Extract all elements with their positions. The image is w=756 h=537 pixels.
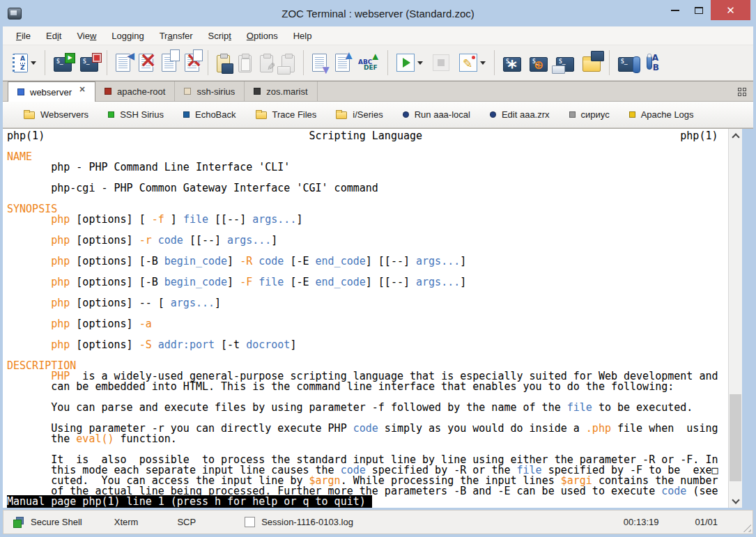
quickbar-webservers[interactable]: Webservers: [14, 102, 98, 127]
tab-bar: webserver×apache-rootssh-siriuszos.maris…: [3, 81, 753, 102]
quickbar-label: Apache Logs: [641, 109, 694, 120]
page-indicator: 01/01: [695, 517, 718, 527]
dropdown-caret-icon[interactable]: [31, 61, 36, 65]
tab-label: zos.marist: [266, 86, 307, 97]
toolbar: [3, 45, 753, 81]
send-text-icon: [358, 54, 379, 72]
send-text-button[interactable]: [354, 47, 383, 78]
quickbar-ssh-sirius[interactable]: SSH Sirius: [98, 102, 173, 127]
quickbar-label: i/Series: [353, 109, 383, 120]
close-session-button[interactable]: [76, 47, 102, 78]
maximize-button[interactable]: [687, 0, 711, 20]
close-icon: ✕: [726, 4, 735, 17]
folder-icon: [336, 111, 347, 119]
close-session-icon: [80, 57, 98, 72]
tab-webserver[interactable]: webserver×: [8, 81, 95, 102]
session-folder-icon: [583, 59, 601, 72]
menu-logging[interactable]: Logging: [104, 26, 151, 45]
print-clipboard-button: [277, 47, 299, 78]
terminal-scrollbar[interactable]: [728, 129, 742, 508]
new-session-button[interactable]: [49, 47, 76, 78]
tab-zos-marist[interactable]: zos.marist: [245, 81, 317, 101]
session-folder-button[interactable]: [578, 47, 605, 78]
close-button[interactable]: ✕: [711, 0, 750, 20]
print-screen-button[interactable]: [552, 47, 578, 78]
send-file-icon: [335, 54, 350, 72]
tab-apache-root[interactable]: apache-root: [95, 81, 175, 101]
terminal-line: [7, 194, 728, 204]
connect-session-icon: [116, 54, 130, 72]
freeze-screen-button[interactable]: [499, 47, 525, 78]
host-profile-icon: [618, 57, 636, 72]
quickbar-label: Run aaa-local: [415, 109, 470, 120]
toolbar-separator: [387, 50, 388, 75]
dropdown-caret-icon[interactable]: [417, 61, 423, 65]
tab-ssh-sirius[interactable]: ssh-sirius: [175, 81, 245, 101]
paste-to-terminal-icon: [217, 55, 230, 72]
app-icon[interactable]: [8, 8, 22, 20]
tab-grid-icon[interactable]: [738, 88, 746, 96]
tab-close-icon[interactable]: ×: [79, 84, 86, 94]
terminal-line: php [options] -a: [7, 319, 728, 329]
resize-grip[interactable]: [742, 523, 751, 532]
freeze-screen-icon: [503, 57, 521, 72]
paste-to-terminal-button[interactable]: [213, 47, 234, 78]
pager-status-line: Manual page php(1) line 1 (press h for h…: [7, 497, 728, 507]
session-color-chip: [105, 88, 111, 95]
quickbar-edit-aaa-zrx[interactable]: Edit aaa.zrx: [480, 102, 560, 127]
toolbar-separator: [609, 50, 610, 75]
quickbar-run-aaa-local[interactable]: Run aaa-local: [393, 102, 480, 127]
close-profile-button[interactable]: [180, 47, 203, 78]
square-icon: [629, 111, 635, 118]
text-settings-button[interactable]: [640, 47, 665, 78]
select-screen-icon: [530, 57, 548, 72]
terminal-line: php [options] -- [ args...]: [7, 298, 728, 309]
scroll-down-icon[interactable]: [729, 495, 742, 507]
connection-type[interactable]: Secure Shell: [31, 517, 82, 527]
terminal-line: php(1) Scripting Language php(1): [7, 131, 728, 141]
transfer-protocol[interactable]: SCP: [177, 517, 196, 527]
edit-script-button[interactable]: [455, 47, 490, 78]
menu-transfer[interactable]: Transfer: [152, 26, 201, 45]
session-profile-button[interactable]: [157, 47, 180, 78]
menu-file[interactable]: File: [8, 26, 38, 45]
log-file-label[interactable]: Session-1116-0103.log: [261, 517, 353, 527]
secure-shell-icon: [13, 517, 24, 528]
address-book-button[interactable]: [8, 47, 40, 78]
menu-help[interactable]: Help: [286, 26, 320, 45]
folder-icon: [256, 111, 267, 119]
quickbar-i-series[interactable]: i/Series: [326, 102, 392, 127]
run-script-button[interactable]: [392, 47, 427, 78]
quickbar-echoback[interactable]: EchoBack: [173, 102, 246, 127]
menu-edit[interactable]: Edit: [38, 26, 69, 45]
minimize-button[interactable]: [663, 0, 687, 20]
quickbar-сириус[interactable]: сириус: [560, 102, 619, 127]
menu-script[interactable]: Script: [201, 26, 239, 45]
dropdown-caret-icon[interactable]: [480, 61, 486, 65]
quickbar-trace-files[interactable]: Trace Files: [246, 102, 327, 127]
terminal-output[interactable]: php(1) Scripting Language php(1)NAME php…: [3, 129, 728, 508]
menu-options[interactable]: Options: [239, 26, 286, 45]
quickbar-label: SSH Sirius: [120, 109, 164, 120]
log-checkbox[interactable]: [245, 517, 255, 527]
session-color-chip: [184, 88, 191, 95]
terminal-line: the eval() function.: [7, 434, 728, 444]
scrollbar-thumb[interactable]: [730, 394, 741, 481]
connect-session-button[interactable]: [111, 47, 134, 78]
receive-file-button[interactable]: [308, 47, 331, 78]
menu-view[interactable]: View: [69, 26, 104, 45]
tab-label: ssh-sirius: [196, 86, 235, 97]
emulation-type[interactable]: Xterm: [114, 517, 139, 527]
terminal-line: php [options] -r code [[--] args...]: [7, 235, 728, 246]
toolbar-separator: [107, 50, 107, 75]
disconnect-session-button[interactable]: [134, 47, 157, 78]
host-profile-button[interactable]: [614, 47, 640, 78]
terminal-line: [7, 141, 728, 152]
window-title: ZOC Terminal : webserver (Standard.zoc): [0, 0, 756, 26]
select-screen-button[interactable]: [525, 47, 552, 78]
scroll-up-icon[interactable]: [729, 130, 742, 141]
session-timer: 00:13:19: [624, 517, 659, 527]
stop-script-icon: [433, 54, 449, 71]
quickbar-apache-logs[interactable]: Apache Logs: [619, 102, 704, 127]
send-file-button[interactable]: [331, 47, 354, 78]
